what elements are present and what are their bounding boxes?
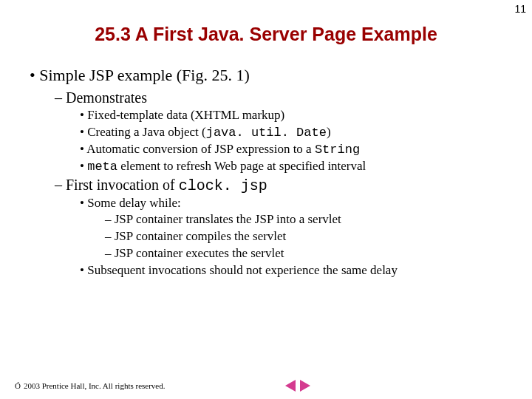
nav-arrows xyxy=(285,380,310,392)
bullet-text: Automatic conversion of JSP expression t… xyxy=(86,142,315,156)
copyright-text: 2003 Prentice Hall, Inc. All rights rese… xyxy=(24,381,166,390)
bullet-text: Simple JSP example (Fig. 25. 1) xyxy=(39,66,250,84)
bullet-text: Some delay while: xyxy=(87,196,181,210)
bullet-l3-3: meta element to refresh Web page at spec… xyxy=(80,159,517,174)
bullet-l3-5: Subsequent invocations should not experi… xyxy=(80,263,517,278)
code-span: clock. jsp xyxy=(179,177,267,194)
bullet-text: JSP container translates the JSP into a … xyxy=(115,212,341,226)
prev-arrow-icon[interactable] xyxy=(285,380,296,392)
bullet-text: Demonstrates xyxy=(66,89,147,106)
bullet-l3-1: Creating a Java object (java. util. Date… xyxy=(80,125,517,140)
bullet-text: Creating a Java object ( xyxy=(87,125,206,139)
code-span: String xyxy=(315,143,360,157)
bullet-text: First invocation of xyxy=(66,177,179,193)
copyright-symbol: Ó xyxy=(15,381,21,390)
bullet-l3-4: Some delay while: JSP container translat… xyxy=(80,196,517,261)
slide-title: 25.3 A First Java. Server Page Example xyxy=(0,24,532,45)
page-number: 11 xyxy=(514,3,526,15)
bullet-l1-0: Simple JSP example (Fig. 25. 1) Demonstr… xyxy=(30,66,517,278)
code-span: meta xyxy=(87,160,117,174)
code-span: java. util. Date xyxy=(206,126,327,140)
bullet-text: ) xyxy=(327,125,331,139)
bullet-l4-1: JSP container compiles the servlet xyxy=(105,229,517,244)
bullet-text: Fixed-template data (XHTML markup) xyxy=(87,108,284,122)
bullet-text: Subsequent invocations should not experi… xyxy=(87,263,398,277)
bullet-text: element to refresh Web page at specified… xyxy=(117,159,366,173)
footer: Ó 2003 Prentice Hall, Inc. All rights re… xyxy=(15,380,517,392)
bullet-l4-0: JSP container translates the JSP into a … xyxy=(105,212,517,227)
bullet-l3-2: Automatic conversion of JSP expression t… xyxy=(80,142,517,157)
slide-content: Simple JSP example (Fig. 25. 1) Demonstr… xyxy=(0,66,532,278)
bullet-text: JSP container executes the servlet xyxy=(115,246,284,260)
bullet-l3-0: Fixed-template data (XHTML markup) xyxy=(80,108,517,123)
bullet-text: JSP container compiles the servlet xyxy=(115,229,287,243)
bullet-l4-2: JSP container executes the servlet xyxy=(105,246,517,261)
bullet-l2-1: First invocation of clock. jsp Some dela… xyxy=(55,177,517,278)
next-arrow-icon[interactable] xyxy=(300,380,310,392)
bullet-l2-0: Demonstrates Fixed-template data (XHTML … xyxy=(55,89,517,174)
